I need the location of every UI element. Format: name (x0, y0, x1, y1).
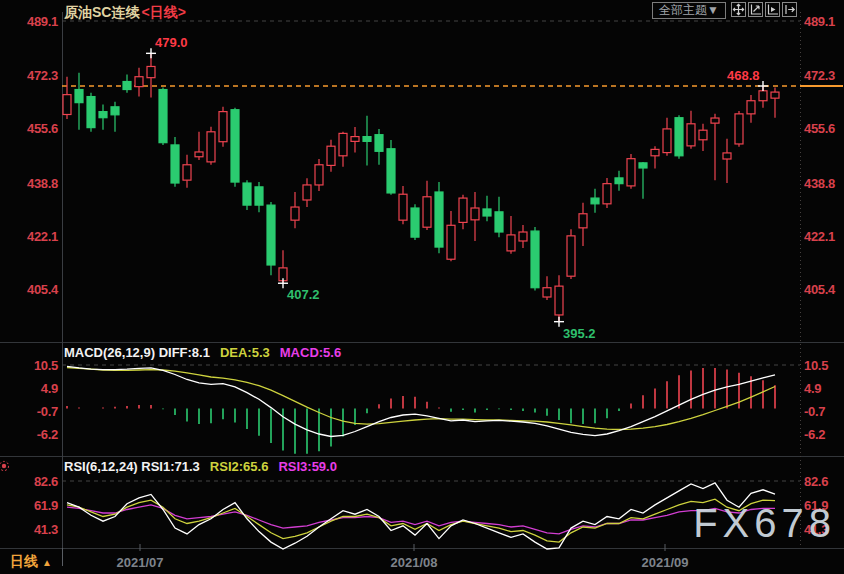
axis-forward-icon (766, 3, 779, 16)
main-axis-label-right: 405.4 (804, 282, 844, 297)
rsi-axis-label-left: 61.9 (0, 498, 58, 513)
axis-scale-button[interactable] (748, 2, 763, 17)
price-annotation-last: 468.8 (727, 68, 760, 83)
main-axis-label-right: 438.8 (804, 176, 844, 191)
rsi-header: RSI(6,12,24) RSI1:71.3RSI2:65.6RSI3:59.0 (64, 459, 337, 474)
period-label: <日线> (141, 4, 185, 20)
trading-chart-app: 原油SC连续<日线> 全部主题▼ 489.1 472.3 455.6 438.8… (0, 0, 844, 574)
macd-axis-label-left: -6.2 (0, 427, 58, 442)
macd-axis-label-left: -0.7 (0, 404, 58, 419)
macd-header: MACD(26,12,9) DIFF:8.1DEA:5.3MACD:5.6 (64, 345, 341, 360)
main-axis-label-left: 422.1 (0, 229, 58, 244)
rsi2-value-label: RSI2:65.6 (210, 459, 269, 474)
macd-axis-label-right: -0.7 (804, 404, 844, 419)
watermark-logo: FX678 (693, 501, 836, 546)
x-axis-date-label: 2021/09 (630, 555, 700, 570)
main-axis-label-left: 455.6 (0, 121, 58, 136)
macd-axis-label-right: 4.9 (804, 381, 844, 396)
axis-scale-icon (749, 3, 762, 16)
move-icon-button[interactable] (731, 2, 746, 17)
price-annotation-low: 395.2 (563, 326, 596, 341)
axis-last-icon (783, 3, 796, 16)
macd-axis-label-right: -6.2 (804, 427, 844, 442)
x-axis-date-label: 2021/08 (379, 555, 449, 570)
x-axis-date-label: 2021/07 (105, 555, 175, 570)
tab-daily[interactable]: 日线▲ (10, 553, 52, 571)
chart-canvas[interactable] (0, 0, 844, 574)
tab-up-arrow-icon: ▲ (42, 557, 52, 568)
rsi-axis-label-right: 82.6 (804, 474, 844, 489)
main-axis-label-left: 438.8 (0, 176, 58, 191)
theme-dropdown-button[interactable]: 全部主题▼ (652, 2, 726, 19)
price-annotation-high: 479.0 (155, 35, 188, 50)
main-axis-label-left: 405.4 (0, 282, 58, 297)
main-axis-label-left: 472.3 (0, 68, 58, 83)
main-axis-label-left: 489.1 (0, 14, 58, 29)
rsi-axis-label-left: 82.6 (0, 474, 58, 489)
rsi-axis-label-left: 41.3 (0, 522, 58, 537)
move-icon (732, 3, 745, 16)
macd-value-label: MACD:5.6 (280, 345, 341, 360)
rsi1-value-label: RSI(6,12,24) RSI1:71.3 (64, 459, 200, 474)
rsi3-value-label: RSI3:59.0 (278, 459, 337, 474)
macd-params-label: MACD(26,12,9) DIFF:8.1 (64, 345, 210, 360)
axis-forward-button[interactable] (765, 2, 780, 17)
symbol-title: 原油SC连续 (64, 4, 139, 20)
chart-header: 原油SC连续<日线> (64, 3, 186, 22)
macd-axis-label-right: 10.5 (804, 358, 844, 373)
main-axis-label-right: 455.6 (804, 121, 844, 136)
macd-axis-label-left: 10.5 (0, 358, 58, 373)
tab-daily-label: 日线 (10, 553, 38, 569)
main-axis-label-right: 472.3 (804, 68, 844, 83)
main-axis-label-right: 489.1 (804, 14, 844, 29)
price-annotation-low: 407.2 (287, 287, 320, 302)
axis-last-button[interactable] (782, 2, 797, 17)
main-axis-label-right: 422.1 (804, 229, 844, 244)
macd-axis-label-left: 4.9 (0, 381, 58, 396)
dea-value-label: DEA:5.3 (220, 345, 270, 360)
